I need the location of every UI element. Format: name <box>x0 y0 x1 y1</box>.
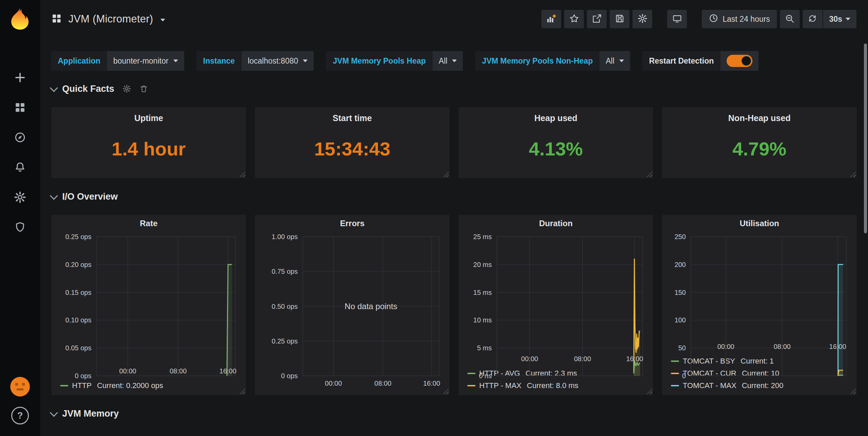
chart-duration[interactable]: 0 ns5 ms10 ms15 ms20 ms25 ms00:0008:0016… <box>497 236 643 352</box>
panel-uptime: Uptime 1.4 hour <box>51 107 246 179</box>
cycle-view-button[interactable] <box>667 10 687 28</box>
chart-area: 0 ns5 ms10 ms15 ms20 ms25 ms00:0008:0016… <box>458 232 653 367</box>
sidebar-item-create[interactable] <box>11 69 30 88</box>
legend-series-name[interactable]: TOMCAT - MAX <box>683 381 736 390</box>
dashboard-variables: Application bounter-monitor Instance loc… <box>51 51 857 71</box>
restart-detection-toggle[interactable] <box>727 55 752 67</box>
stat-value: 1.4 hour <box>51 123 246 178</box>
x-axis-label: 16:00 <box>220 367 237 375</box>
y-axis-label: 25 ms <box>473 233 492 241</box>
dashboard-title-dropdown[interactable]: JVM (Micrometer) <box>51 13 165 26</box>
panel-title[interactable]: Start time <box>255 113 450 123</box>
user-avatar[interactable] <box>10 377 30 397</box>
grafana-logo-icon[interactable] <box>7 5 33 33</box>
sidebar-item-dashboards[interactable] <box>11 99 30 118</box>
chart-errors[interactable]: 0 ops0.25 ops0.50 ops0.75 ops1.00 ops00:… <box>302 236 439 376</box>
chart-legend: HTTPCurrent: 0.2000 ops <box>51 380 246 395</box>
row-delete-button[interactable] <box>139 84 148 93</box>
variable-value-dropdown[interactable]: All <box>600 51 630 71</box>
row-settings-button[interactable] <box>122 84 131 93</box>
panel-title[interactable]: Duration <box>458 215 653 232</box>
panel-utilisation: Utilisation 05010015020025000:0008:0016:… <box>662 214 857 396</box>
panel-title[interactable]: Rate <box>51 215 246 232</box>
sidebar-item-alerting[interactable] <box>11 158 30 178</box>
variable-label: Application <box>51 51 107 71</box>
legend-item: HTTP - MAXCurrent: 8.0 ms <box>467 380 650 392</box>
panel-start-time: Start time 15:34:43 <box>255 107 450 179</box>
panel-non-heap-used: Non-Heap used 4.79% <box>662 107 857 179</box>
dashboard-navbar: JVM (Micrometer) <box>40 0 868 38</box>
x-axis-label: 00:00 <box>119 367 136 375</box>
panel-heap-used: Heap used 4.13% <box>458 107 654 179</box>
add-panel-button[interactable] <box>541 10 561 28</box>
section-title: Quick Facts <box>62 84 114 94</box>
legend-series-name[interactable]: HTTP <box>72 381 91 390</box>
variable-label: Instance <box>196 51 242 71</box>
panel-duration: Duration 0 ns5 ms10 ms15 ms20 ms25 ms00:… <box>458 214 654 396</box>
legend-series-name[interactable]: HTTP - MAX <box>479 381 521 390</box>
x-axis-label: 00:00 <box>521 355 538 363</box>
navbar-actions: Last 24 hours 30s <box>538 10 856 28</box>
y-axis-label: 150 <box>675 288 686 296</box>
variable-application: Application bounter-monitor <box>51 51 184 71</box>
scrollbar-thumb[interactable] <box>864 44 867 233</box>
star-icon <box>569 14 579 24</box>
legend-item: TOMCAT - MAXCurrent: 200 <box>671 380 853 392</box>
chart-legend <box>255 392 450 395</box>
section-quick-facts[interactable]: Quick Facts <box>51 80 857 97</box>
panel-title[interactable]: Heap used <box>458 113 653 123</box>
chart-canvas <box>96 236 236 376</box>
legend-swatch <box>671 360 679 362</box>
chevron-down-icon <box>50 408 58 417</box>
x-axis-label: 16:00 <box>423 380 440 387</box>
stat-value: 4.79% <box>662 123 857 178</box>
variable-value: bounter-monitor <box>113 56 168 66</box>
section-jvm-memory[interactable]: JVM Memory <box>51 405 857 422</box>
chart-canvas <box>691 236 847 376</box>
bell-icon <box>14 161 26 175</box>
y-axis-label: 0.25 ops <box>65 233 91 241</box>
panel-title[interactable]: Utilisation <box>662 215 857 232</box>
sidebar-bottom: ? <box>10 377 30 424</box>
shield-icon <box>14 221 26 235</box>
help-button[interactable]: ? <box>11 407 29 424</box>
monitor-icon <box>672 14 682 24</box>
section-io-overview[interactable]: I/O Overview <box>51 188 857 205</box>
dashboard-settings-button[interactable] <box>632 10 652 28</box>
variable-restart-detection: Restart Detection <box>642 51 759 71</box>
chart-utilisation[interactable]: 05010015020025000:0008:0016:00 <box>691 236 847 339</box>
time-range-button[interactable]: Last 24 hours <box>702 10 777 28</box>
y-axis-label: 200 <box>675 261 686 268</box>
y-axis-label: 20 ms <box>473 261 492 268</box>
refresh-button[interactable] <box>803 10 822 28</box>
main-area: JVM (Micrometer) <box>40 0 868 436</box>
dashboards-grid-icon <box>14 101 26 115</box>
star-button[interactable] <box>564 10 584 28</box>
dashboard-grid-icon <box>51 13 62 26</box>
panel-title[interactable]: Errors <box>255 215 450 232</box>
variable-label: JVM Memory Pools Non-Heap <box>475 51 600 71</box>
refresh-interval-dropdown[interactable]: 30s <box>823 10 856 28</box>
chart-rate[interactable]: 0 ops0.05 ops0.10 ops0.15 ops0.20 ops0.2… <box>96 236 236 364</box>
dashboard-title: JVM (Micrometer) <box>68 13 153 25</box>
add-panel-icon <box>546 14 556 24</box>
y-axis-label: 0 ops <box>75 372 91 380</box>
variable-value-dropdown[interactable]: localhost:8080 <box>242 51 314 71</box>
sidebar-item-configuration[interactable] <box>11 188 30 207</box>
sidebar: ? <box>0 0 40 436</box>
section-title: I/O Overview <box>62 191 118 202</box>
panel-title[interactable]: Uptime <box>51 113 246 123</box>
chevron-down-icon <box>50 84 58 92</box>
variable-value-dropdown[interactable]: All <box>433 51 463 71</box>
variable-value: All <box>439 56 448 66</box>
variable-value-dropdown[interactable]: bounter-monitor <box>107 51 184 71</box>
zoom-out-button[interactable] <box>780 10 800 28</box>
sidebar-item-explore[interactable] <box>11 129 30 148</box>
sidebar-item-server-admin[interactable] <box>11 218 30 237</box>
x-axis-label: 16:00 <box>626 355 643 363</box>
share-button[interactable] <box>587 10 607 28</box>
x-axis-label: 08:00 <box>774 343 791 351</box>
y-axis-label: 100 <box>675 316 686 324</box>
panel-title[interactable]: Non-Heap used <box>662 113 857 123</box>
save-button[interactable] <box>610 10 629 28</box>
